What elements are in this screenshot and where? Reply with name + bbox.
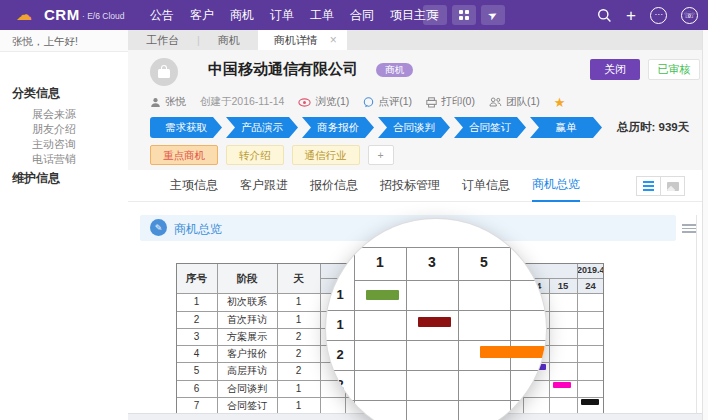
zoom-day-header-1: 1	[354, 254, 406, 270]
stage-demand[interactable]: 需求获取	[150, 117, 222, 138]
team-icon	[489, 97, 502, 107]
sidebar-section-category[interactable]: 分类信息	[12, 85, 60, 102]
comments-label: 点评(1)	[378, 95, 412, 109]
add-tag-button[interactable]: +	[368, 145, 394, 165]
tab-main-info[interactable]: 主项信息	[170, 170, 218, 201]
owner: 张悦	[150, 95, 186, 109]
tab-opportunity[interactable]: 商机	[200, 30, 258, 50]
tab-opportunity-detail[interactable]: 商机详情 ×	[258, 30, 347, 50]
zoom-vline	[354, 247, 355, 420]
close-opportunity-button[interactable]: 关闭	[590, 59, 640, 80]
nav-item-tickets[interactable]: 工单	[310, 7, 334, 24]
zoom-days-value: 1	[326, 317, 354, 332]
brand-name[interactable]: CRM	[44, 6, 80, 23]
company-title: 中国移动通信有限公司	[208, 60, 358, 79]
menu-glyph: ≡	[431, 8, 438, 22]
greeting-text: 张悦，上午好!	[0, 30, 128, 52]
tag-referral[interactable]: 转介绍	[226, 145, 284, 165]
views-label: 浏览(1)	[315, 95, 349, 109]
list-view-icon	[643, 181, 654, 191]
more-icon[interactable]: ⋯	[650, 7, 667, 24]
zoom-bar-first-visit	[418, 317, 451, 327]
tag-key-opportunity[interactable]: 重点商机	[150, 145, 218, 165]
avatar	[150, 58, 178, 86]
printer-icon	[426, 97, 437, 108]
image-view-icon	[667, 182, 679, 191]
opportunity-header: 中国移动通信有限公司 商机 关闭 已审核 张悦 创建于2016-11-14 浏览…	[128, 50, 702, 170]
views-counter[interactable]: 浏览(1)	[298, 95, 349, 109]
stage-won[interactable]: 赢单	[530, 117, 602, 138]
meta-row: 张悦 创建于2016-11-14 浏览(1) 点评(1) 打印(0) 团队(1)…	[150, 95, 565, 109]
tab-opportunity-overview[interactable]: 商机总览	[532, 169, 580, 202]
zoom-hline	[354, 280, 546, 281]
tab-order-info[interactable]: 订单信息	[462, 170, 510, 201]
send-icon[interactable]: ➤	[481, 5, 505, 25]
bag-icon-body	[158, 69, 170, 78]
zoom-hline	[326, 400, 546, 401]
content-right-border	[696, 215, 697, 414]
zoom-vline	[458, 247, 459, 420]
brand-edition: · E/6 Cloud	[82, 11, 125, 21]
tab-workbench[interactable]: 工作台	[128, 30, 197, 50]
nav-item-announcements[interactable]: 公告	[150, 7, 174, 24]
add-icon[interactable]: +	[626, 7, 636, 24]
zoom-hline	[326, 370, 546, 371]
print-label: 打印(0)	[441, 95, 475, 109]
audited-button[interactable]: 已审核	[648, 59, 700, 80]
nav-item-orders[interactable]: 订单	[270, 7, 294, 24]
nav-item-contracts[interactable]: 合同	[350, 7, 374, 24]
topbar-right-icons: + ⋯ ☏	[597, 0, 698, 30]
stage-demo[interactable]: 产品演示	[226, 117, 298, 138]
sidebar-item-inbound[interactable]: 主动咨询	[32, 137, 76, 152]
sidebar-section-maintenance[interactable]: 维护信息	[12, 170, 60, 187]
favorite-star-icon[interactable]: ★	[554, 96, 566, 109]
edit-pencil-icon[interactable]: ✎	[150, 219, 167, 236]
sidebar-item-exhibition[interactable]: 展会来源	[32, 107, 76, 122]
search-icon[interactable]	[597, 8, 612, 23]
zoom-hline	[326, 340, 546, 341]
team-label: 团队(1)	[506, 95, 540, 109]
tab-customer-follow[interactable]: 客户跟进	[240, 170, 288, 201]
sidebar-item-telemarketing[interactable]: 电话营销	[32, 152, 76, 167]
owner-name: 张悦	[165, 95, 186, 109]
image-view-toggle[interactable]	[660, 176, 685, 196]
stage-progress: 需求获取 产品演示 商务报价 合同谈判 合同签订 赢单	[150, 117, 602, 138]
comments-counter[interactable]: 点评(1)	[363, 95, 412, 109]
zoom-bar-solution-demo	[480, 346, 546, 358]
zoom-hline	[326, 310, 546, 311]
zoom-vline	[406, 247, 407, 420]
tag-row: 重点商机 转介绍 通信行业 +	[150, 145, 394, 165]
open-tabs-bar: 工作台 | 商机 商机详情 ×	[128, 30, 702, 50]
topbar: ☁ CRM · E/6 Cloud 公告 客户 商机 订单 工单 合同 项目主页…	[0, 0, 708, 30]
team-counter[interactable]: 团队(1)	[489, 95, 540, 109]
created-date: 创建于2016-11-14	[200, 95, 284, 109]
zoom-bar-first-contact	[366, 290, 399, 300]
menu-icon[interactable]: ≡	[423, 5, 447, 25]
detail-tabs: 主项信息 客户跟进 报价信息 招投标管理 订单信息 商机总览	[128, 170, 702, 202]
person-icon	[150, 97, 161, 108]
zoom-day-header-5: 5	[458, 254, 510, 270]
tab-bidding[interactable]: 招投标管理	[380, 170, 440, 201]
ellipsis-glyph: ⋯	[655, 11, 663, 19]
tag-telecom-industry[interactable]: 通信行业	[292, 145, 360, 165]
app-grid-icon[interactable]	[452, 5, 476, 25]
eye-icon	[298, 98, 311, 107]
opportunity-badge: 商机	[376, 63, 413, 77]
zoom-vline	[510, 247, 511, 420]
cloud-logo-icon: ☁	[16, 4, 32, 26]
phone-glyph: ☏	[684, 11, 695, 20]
scrollbar[interactable]	[702, 30, 708, 420]
close-tab-icon[interactable]: ×	[330, 33, 337, 47]
print-counter[interactable]: 打印(0)	[426, 95, 475, 109]
nav-item-customers[interactable]: 客户	[190, 7, 214, 24]
tab-quote-info[interactable]: 报价信息	[310, 170, 358, 201]
list-view-toggle[interactable]	[636, 176, 661, 196]
stage-signing[interactable]: 合同签订	[454, 117, 526, 138]
section-title: 商机总览	[174, 221, 222, 238]
phone-icon[interactable]: ☏	[681, 7, 698, 24]
nav-item-opportunities[interactable]: 商机	[230, 7, 254, 24]
sidebar-item-referral[interactable]: 朋友介绍	[32, 122, 76, 137]
stage-negotiation[interactable]: 合同谈判	[378, 117, 450, 138]
stage-quote[interactable]: 商务报价	[302, 117, 374, 138]
list-settings-icon[interactable]	[682, 224, 696, 233]
